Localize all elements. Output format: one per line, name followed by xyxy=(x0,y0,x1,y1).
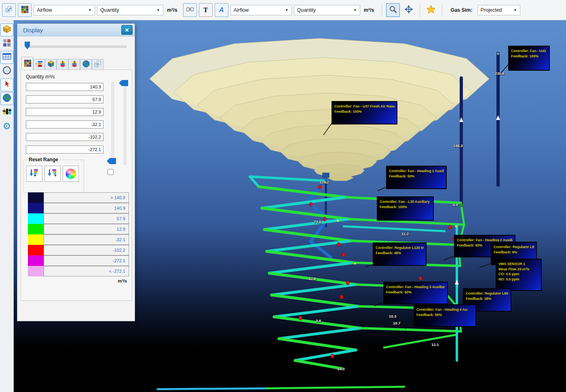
display-type-select-2[interactable]: Airflow ▼ xyxy=(230,5,292,15)
chevron-down-icon: ▼ xyxy=(353,8,357,12)
display-panel-header[interactable]: Display ✕ xyxy=(17,24,135,36)
tab-windows[interactable] xyxy=(92,59,103,70)
quantity-section-label: Quantity m³/s xyxy=(26,74,55,80)
select-cursor-button[interactable] xyxy=(0,78,13,91)
legend-value: > 140.9 xyxy=(44,192,129,203)
text-label-icon: T xyxy=(203,6,208,14)
reset-range-ascending-button[interactable] xyxy=(26,166,42,182)
tab-layers-1[interactable]: 1 xyxy=(57,59,68,70)
legend-value: -32.1 xyxy=(44,234,129,245)
range-input-6[interactable] xyxy=(26,145,103,154)
colors-tab-icon xyxy=(23,59,32,69)
range-slider-track-right[interactable] xyxy=(124,82,126,164)
chevron-down-icon: ▼ xyxy=(88,8,92,12)
legend-color-swatch[interactable] xyxy=(28,192,44,203)
range-max-handle[interactable] xyxy=(119,80,128,86)
gas-sim-select[interactable]: Projected ▼ xyxy=(477,5,520,15)
legend-row[interactable]: 57.9 xyxy=(28,213,129,224)
legend-color-swatch[interactable] xyxy=(28,203,44,213)
legend-row[interactable]: -102.2 xyxy=(28,245,129,255)
legend-row[interactable]: > 140.9 xyxy=(28,192,129,203)
layers-1-tab-icon: 1 xyxy=(59,60,67,70)
cube-3d-icon xyxy=(2,24,12,36)
legend-value: -272.1 xyxy=(44,255,129,266)
legend-color-swatch[interactable] xyxy=(28,255,44,266)
tab-legend[interactable] xyxy=(33,59,45,70)
zoom-tool-button[interactable] xyxy=(386,3,400,17)
favorites-button[interactable] xyxy=(424,3,438,17)
view-tiles-icon xyxy=(2,38,11,49)
range-input-1[interactable] xyxy=(26,83,103,91)
legend-color-swatch[interactable] xyxy=(28,245,44,255)
legend-row[interactable]: 140.9 xyxy=(28,203,129,213)
font-style-button[interactable]: A xyxy=(215,3,228,17)
globe-tab-icon xyxy=(82,60,90,70)
tool-sidebar: ⚙ xyxy=(0,20,14,392)
chevron-down-icon: ▼ xyxy=(156,8,160,12)
display-metric-select-1[interactable]: Quantity ▼ xyxy=(97,5,163,15)
range-lock-checkbox[interactable] xyxy=(108,169,114,175)
sphere-icon xyxy=(2,65,12,77)
globe-button[interactable] xyxy=(0,92,13,105)
legend-color-swatch[interactable] xyxy=(28,266,44,276)
data-table-button[interactable] xyxy=(0,51,13,64)
cube-tab-icon xyxy=(47,60,55,70)
link-scales-icon xyxy=(186,5,194,15)
tab-layers-2[interactable]: 2 xyxy=(68,59,80,70)
reset-ascending-icon xyxy=(29,168,40,180)
tab-globe[interactable] xyxy=(80,59,92,70)
close-button[interactable]: ✕ xyxy=(121,25,133,35)
reset-range-descending-button[interactable] xyxy=(44,166,61,182)
window-layout-button[interactable] xyxy=(2,3,16,17)
color-spectrum-button[interactable] xyxy=(63,166,79,182)
svg-text:2: 2 xyxy=(73,60,75,64)
color-wheel-icon xyxy=(65,169,76,179)
pan-icon xyxy=(405,5,413,15)
pan-tool-button[interactable] xyxy=(402,3,416,17)
transparency-slider-handle[interactable] xyxy=(25,42,30,49)
legend-color-swatch[interactable] xyxy=(28,234,44,245)
display-panel: Display ✕ xyxy=(17,23,135,321)
text-label-button[interactable]: T xyxy=(199,3,213,17)
display-panel-content: Quantity m³/s Reset Range xyxy=(21,70,132,301)
windows-tab-icon xyxy=(94,60,102,70)
tab-colors[interactable] xyxy=(21,57,33,70)
display-type-value-2: Airflow xyxy=(234,7,249,13)
display-metric-select-2[interactable]: Quantity ▼ xyxy=(294,5,360,15)
legend-value: 57.9 xyxy=(44,213,129,224)
display-type-select-1[interactable]: Airflow ▼ xyxy=(34,5,95,15)
gas-sim-label: Gas Sim: xyxy=(450,7,472,13)
settings-button[interactable]: ⚙ xyxy=(0,120,13,133)
display-metric-value-1: Quantity xyxy=(100,7,119,13)
toolbar-separator xyxy=(382,3,382,17)
tab-cube[interactable] xyxy=(45,59,57,70)
legend-value: 140.9 xyxy=(44,203,129,213)
sphere-button[interactable] xyxy=(0,65,13,78)
main-toolbar: Airflow ▼ Quantity ▼ m³/s T A Airflow ▼ … xyxy=(0,0,566,20)
range-slider-track-left[interactable] xyxy=(112,82,114,164)
data-table-icon xyxy=(2,52,12,63)
color-adjust-button[interactable] xyxy=(0,106,13,119)
cube-3d-button[interactable] xyxy=(0,23,13,36)
legend-row[interactable]: 12.9 xyxy=(28,224,129,234)
layers-2-tab-icon: 2 xyxy=(70,60,78,70)
legend-color-swatch[interactable] xyxy=(28,224,44,234)
range-input-5[interactable] xyxy=(26,133,103,141)
toolbar-separator xyxy=(442,3,442,17)
legend-color-swatch[interactable] xyxy=(28,213,44,224)
range-input-3[interactable] xyxy=(26,108,103,116)
svg-text:1: 1 xyxy=(61,60,63,64)
unit-label-1: m³/s xyxy=(167,7,177,13)
legend-value: -102.2 xyxy=(44,245,129,255)
range-input-4[interactable] xyxy=(26,120,103,129)
color-grid-icon xyxy=(21,5,29,15)
legend-row[interactable]: -32.1 xyxy=(28,234,129,245)
link-scales-button[interactable] xyxy=(183,3,197,17)
legend-row[interactable]: < -272.1 xyxy=(28,266,129,276)
legend-row[interactable]: -272.1 xyxy=(28,255,129,266)
transparency-slider-track[interactable] xyxy=(26,46,127,48)
view-tiles-button[interactable] xyxy=(0,37,13,50)
color-grid-button[interactable] xyxy=(18,3,32,17)
range-min-handle[interactable] xyxy=(107,158,116,164)
range-input-2[interactable] xyxy=(26,95,103,103)
